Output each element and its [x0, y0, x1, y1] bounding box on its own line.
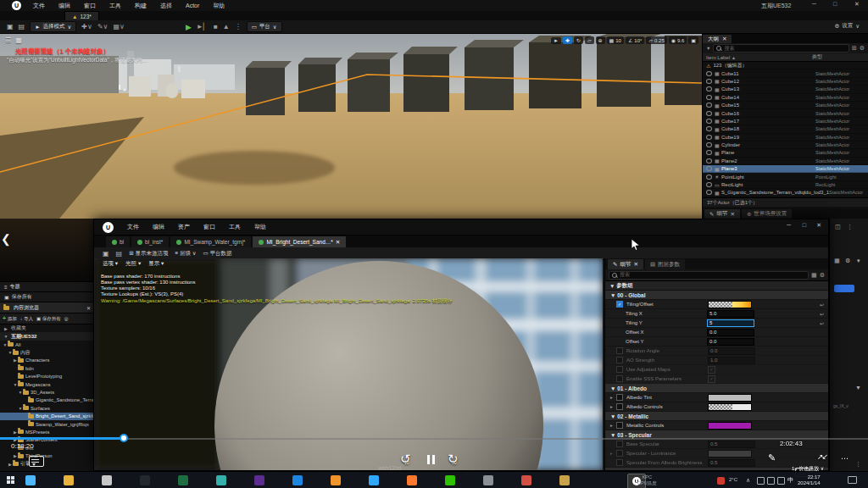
value-input[interactable]: 0.5 [708, 441, 755, 448]
override-checkbox[interactable] [616, 450, 623, 457]
outliner-row[interactable]: ▦Cube16StaticMeshActor [703, 109, 868, 117]
level-viewport[interactable]: ☰ ▦ ► ✚ ↻ ▱ ⊕ ▦10 ∠10° ▱0.25 ◉9.6 ▣ 光照需要… [0, 34, 702, 219]
hierarchy-dropdown[interactable]: ≡ 层级 ∨ [175, 250, 196, 258]
outliner-row[interactable]: ▦CylinderStaticMeshActor [703, 141, 868, 149]
outliner-root-row[interactable]: ⚠ 123（编辑器） [703, 62, 868, 69]
chevron-down-icon[interactable]: ▼ [855, 385, 861, 391]
tray-alert-icon[interactable] [717, 477, 725, 485]
taskbar-app-icon[interactable] [25, 475, 36, 485]
taskbar-app-icon[interactable] [483, 475, 493, 485]
gear-icon[interactable]: ⚙ [845, 258, 850, 264]
skip-button[interactable]: ►▏ [197, 23, 209, 30]
parameter-group-header[interactable]: ▼ 00 - Global [605, 291, 828, 300]
tab-layer-parameters[interactable]: ▤ 图层参数 [645, 259, 685, 269]
menubar-item[interactable]: 工具 [103, 2, 128, 10]
close-icon[interactable]: ✕ [633, 261, 637, 268]
panel-icon[interactable]: ◫ [835, 224, 841, 230]
video-progress-handle[interactable] [120, 434, 128, 442]
override-checkbox[interactable] [616, 366, 623, 373]
tab-world-settings[interactable]: ⊕ 世界场景设置 [742, 209, 792, 219]
material-window-titlebar[interactable]: U 文件编辑资产窗口工具帮助 ─ □ ✕ [94, 219, 828, 236]
more-icon[interactable]: ⋮ [847, 224, 853, 230]
taskbar-app-icon[interactable] [369, 475, 379, 485]
outliner-row[interactable]: ▦Cube13StaticMeshActor [703, 86, 868, 93]
play-button[interactable]: ▶ [186, 23, 192, 31]
menubar-item[interactable]: 文件 [26, 2, 52, 10]
value-input[interactable]: 0.0 [708, 347, 755, 355]
parameter-row[interactable]: Offset X0.0 [605, 328, 828, 337]
expander-icon[interactable]: ▸ [610, 404, 616, 409]
add-button[interactable]: + 添加 [3, 315, 17, 322]
content-tree-item[interactable]: ▶MSPresets [0, 428, 93, 435]
select-tool-button[interactable]: ► [551, 37, 561, 44]
tab-mi-details[interactable]: ✎ 细节 ✕ [608, 259, 643, 269]
expander-icon[interactable]: ▸ [610, 423, 616, 428]
taskbar-app-icon[interactable] [559, 475, 570, 485]
parameter-row[interactable]: ▸Albedo Tint [605, 393, 828, 402]
forward-button[interactable]: ↻30 [448, 454, 463, 470]
outliner-row[interactable]: ▦Plane3StaticMeshActor [703, 165, 868, 173]
filter-dropdown-icon[interactable]: ▼ [706, 46, 710, 51]
save-level-button[interactable]: ▣ [7, 23, 14, 30]
left-chevron-icon[interactable]: ❮ [1, 232, 11, 246]
video-progress-track[interactable] [124, 438, 868, 440]
outliner-row[interactable]: ▦Cube17StaticMeshActor [703, 118, 868, 125]
restore-button[interactable]: □ [803, 222, 806, 228]
parameter-group-header[interactable]: ▼ 02 - Metallic [605, 412, 828, 421]
eye-icon[interactable] [706, 166, 712, 171]
stop-button[interactable]: ■ [214, 23, 218, 30]
value-checkbox[interactable]: ✓ [708, 375, 715, 383]
menubar-item[interactable]: Actor [179, 3, 206, 8]
material-menubar-item[interactable]: 帮助 [248, 223, 273, 231]
platform-dropdown[interactable]: ▭ 平台 ∨ [247, 21, 282, 32]
value-input[interactable]: 1.0 [708, 357, 755, 364]
override-checkbox[interactable] [616, 459, 623, 466]
override-checkbox[interactable] [616, 403, 623, 410]
weather-temperature[interactable]: 2°C [729, 477, 737, 482]
expander-icon[interactable]: ▸ [610, 451, 616, 456]
eye-icon[interactable] [706, 103, 712, 108]
texture-swatch[interactable] [708, 403, 752, 411]
outliner-row[interactable]: ▦Plane2StaticMeshActor [703, 158, 868, 165]
eye-icon[interactable] [706, 119, 712, 124]
content-tree-item[interactable]: ▶ThirdPerson [0, 452, 93, 459]
reset-to-default-icon[interactable]: ↩ [820, 311, 824, 317]
restore-button[interactable]: □ [833, 1, 837, 7]
outliner-row[interactable]: ▭RectLightRectLight [703, 181, 868, 189]
outliner-row[interactable]: ▦Cube19StaticMeshActor [703, 134, 868, 141]
grid-icon[interactable]: ▦ [834, 258, 840, 264]
browse-asset-button[interactable]: ▤ [116, 250, 123, 258]
asset-tab[interactable]: bl [106, 236, 130, 247]
eye-icon[interactable] [706, 71, 712, 76]
parameter-row[interactable]: Rotation Angle0.0 [605, 347, 828, 356]
exit-fullscreen-icon[interactable]: ↗↙ [817, 452, 826, 461]
hamburger-icon[interactable]: ☰ [5, 36, 11, 44]
menubar-item[interactable]: 帮助 [206, 2, 231, 10]
content-tree-item[interactable]: LevelPrototyping [0, 373, 93, 380]
content-tree-item[interactable]: ▼All [0, 341, 93, 348]
parameter-row[interactable]: ▸Albedo Controls [605, 402, 828, 412]
material-menubar-item[interactable]: 编辑 [146, 223, 171, 231]
close-icon[interactable]: ✕ [722, 36, 726, 42]
volume-icon[interactable] [777, 477, 785, 485]
value-input[interactable]: 0.0 [707, 338, 754, 346]
pause-button[interactable] [427, 455, 435, 464]
favorites-row[interactable]: ▶ 收藏夹 [0, 324, 93, 332]
more-options-icon[interactable]: ⋯ [841, 454, 849, 463]
parameter-row[interactable]: Tiling Y5↩ [605, 319, 828, 328]
content-tree-item[interactable]: ▼Surfaces [0, 404, 93, 412]
override-checkbox[interactable] [616, 375, 623, 382]
asset-tab[interactable]: bl_inst* [131, 236, 169, 247]
color-swatch[interactable] [708, 422, 752, 430]
content-tree-item[interactable]: Bright_Desert_Sand_sjzkfega [0, 413, 93, 420]
eye-icon[interactable] [706, 190, 712, 195]
content-tree-item[interactable]: ▶Characters [0, 357, 93, 364]
gear-icon[interactable]: ⚙ [820, 272, 825, 279]
gradient-swatch[interactable] [708, 301, 752, 308]
blueprints-button[interactable]: ✎∨ [97, 23, 108, 30]
material-menubar-item[interactable]: 资产 [171, 223, 197, 231]
eye-icon[interactable] [706, 135, 712, 140]
taskbar-app-icon[interactable] [407, 475, 417, 485]
scale-tool-button[interactable]: ▱ [585, 36, 594, 44]
parameter-row[interactable]: Enable SSS Parameters✓ [605, 374, 828, 384]
